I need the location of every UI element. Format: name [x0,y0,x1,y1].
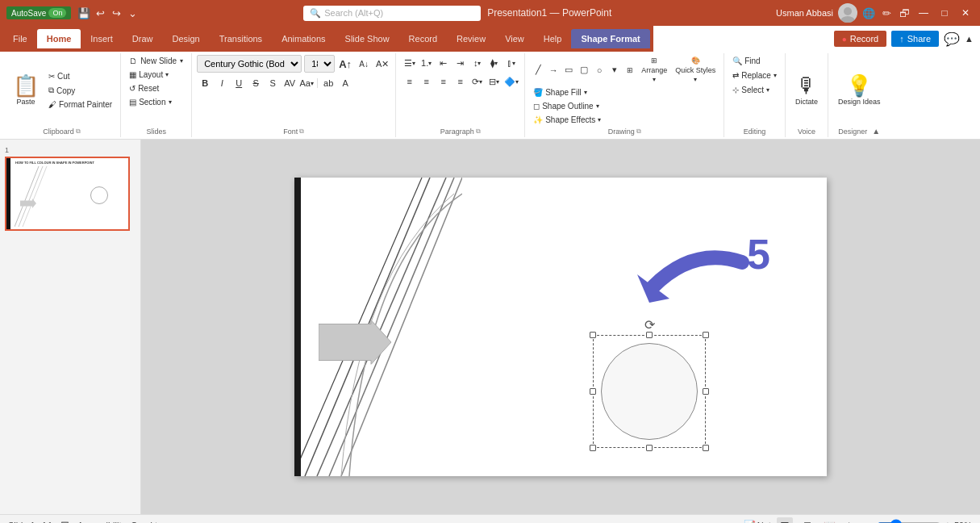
shadow-button[interactable]: S [265,75,281,91]
align-left-button[interactable]: ≡ [402,73,418,90]
decrease-font-size-button[interactable]: A↓ [356,56,372,72]
shape-fill-button[interactable]: 🪣 Shape Fill ▾ [530,86,604,98]
zoom-out-button[interactable]: − [867,519,874,524]
decrease-indent-button[interactable]: ⇤ [436,55,452,71]
slide-sorter-button[interactable]: ⊞ [799,517,815,524]
save-icon[interactable]: 💾 [77,6,90,19]
store-icon[interactable]: 🌐 [862,6,875,19]
selected-shape-container[interactable]: ⟳ [593,335,706,448]
tab-file[interactable]: File [3,29,37,48]
find-button[interactable]: 🔍 Find [729,55,763,67]
change-case-button[interactable]: Aa▾ [298,75,315,91]
handle-mid-right[interactable] [703,388,709,395]
round-rect-shape[interactable]: ▢ [576,62,592,78]
smartart-button[interactable]: 🔷▾ [503,73,519,90]
fit-slide-icon[interactable]: ⊞ [60,519,69,523]
record-button-ribbon[interactable]: ● Record [834,31,887,47]
clipboard-expand[interactable]: ⧉ [76,128,81,136]
tab-help[interactable]: Help [534,29,572,48]
slide-thumbnail[interactable]: HOW TO FILL COLOUR IN SHAPE IN POWERPOIN… [5,157,130,231]
comments-icon[interactable]: 💬 [944,31,960,47]
line-shape[interactable]: ╱ [530,62,546,78]
increase-font-size-button[interactable]: A↑ [337,56,353,72]
convert-to-smartart-button[interactable]: ⧫▾ [486,55,503,71]
paste-button[interactable]: 📋 Paste [8,72,44,109]
italic-button[interactable]: I [214,75,230,91]
shape-effects-button[interactable]: ✨ Shape Effects ▾ [530,114,604,126]
copy-button[interactable]: ⧉ Copy [45,84,115,97]
oval-shape[interactable]: ○ [591,62,607,78]
tab-design[interactable]: Design [162,29,209,48]
presenter-view-button[interactable]: ▷ [844,517,861,524]
text-direction-button[interactable]: ⟳▾ [469,73,486,90]
reset-button[interactable]: ↺ Reset [126,82,162,94]
handle-mid-left[interactable] [590,388,596,395]
underline-button[interactable]: U [231,75,247,91]
design-ideas-button[interactable]: 💡 Design Ideas [833,72,886,109]
handle-bottom-left[interactable] [590,445,596,451]
customize-qat-icon[interactable]: ⌄ [126,6,139,19]
dictate-button[interactable]: 🎙 Dictate [790,72,823,109]
share-button-ribbon[interactable]: ↑ Share [891,31,939,47]
justify-button[interactable]: ≡ [452,73,469,90]
slide-canvas[interactable]: 5 ⟳ [294,178,827,476]
zoom-in-button[interactable]: + [945,519,951,524]
tab-transitions[interactable]: Transitions [210,29,272,48]
tab-home[interactable]: Home [37,29,81,48]
handle-bottom-center[interactable] [646,445,653,451]
close-button[interactable]: ✕ [957,5,974,21]
columns-button[interactable]: ⫿▾ [503,55,519,71]
handle-top-right[interactable] [703,332,709,338]
reading-view-button[interactable]: 📖 [822,517,838,524]
tab-animations[interactable]: Animations [272,29,335,48]
normal-view-button[interactable]: ⊟ [777,517,793,524]
autosave-badge[interactable]: AutoSave On [6,6,71,19]
select-button[interactable]: ⊹ Select ▾ [729,84,773,96]
arrow-shape-btn[interactable]: → [545,62,561,78]
rotate-handle[interactable]: ⟳ [644,317,655,333]
more-shapes[interactable]: ▾ [607,62,623,78]
replace-button[interactable]: ⇄ Replace ▾ [729,69,780,82]
tab-view[interactable]: View [495,29,534,48]
tab-slideshow[interactable]: Slide Show [336,29,399,48]
tab-shape-format[interactable]: Shape Format [571,29,649,48]
collapse-ribbon-icon[interactable]: ▲ [965,34,974,44]
undo-icon[interactable]: ↩ [94,6,106,19]
font-expand-icon[interactable]: ⧉ [299,128,304,136]
clear-formatting-button[interactable]: A✕ [374,56,390,72]
tab-review[interactable]: Review [447,29,495,48]
notes-button[interactable]: 📝 Notes [754,517,770,524]
align-center-button[interactable]: ≡ [419,73,435,90]
shape-outline-button[interactable]: ◻ Shape Outline ▾ [530,100,604,112]
numbering-button[interactable]: 1.▾ [419,55,435,71]
restore-icon[interactable]: 🗗 [898,6,911,19]
section-button[interactable]: ▤ Section ▾ [126,96,174,108]
bold-button[interactable]: B [197,75,213,91]
arrange-button[interactable]: ⊞ [622,62,638,78]
paragraph-expand-icon[interactable]: ⧉ [476,128,481,136]
format-painter-button[interactable]: 🖌 Format Painter [45,98,115,111]
strikethrough-button[interactable]: S [248,75,264,91]
handle-top-center[interactable] [646,332,653,338]
quick-styles-button[interactable]: 🎨 Quick Styles ▾ [672,55,719,85]
new-slide-button[interactable]: 🗋 New Slide ▾ [126,55,186,67]
bullets-button[interactable]: ☰▾ [402,55,418,71]
char-spacing-button[interactable]: AV [281,75,298,91]
redo-icon[interactable]: ↪ [110,6,123,19]
increase-indent-button[interactable]: ⇥ [452,55,469,71]
line-spacing-button[interactable]: ↕▾ [469,55,486,71]
cut-button[interactable]: ✂ Cut [45,70,115,82]
autosave-toggle[interactable]: On [48,8,66,18]
drawing-expand-icon[interactable]: ⧉ [636,128,641,136]
collapse-ribbon-btn[interactable]: ▲ [872,127,880,136]
handle-top-left[interactable] [590,332,596,338]
align-text-button[interactable]: ⊟▾ [486,73,503,90]
font-size-select[interactable]: 18 [304,55,335,73]
search-box[interactable]: 🔍 Search (Alt+Q) [303,6,481,21]
align-right-button[interactable]: ≡ [436,73,452,90]
handle-bottom-right[interactable] [703,445,709,451]
pen-icon[interactable]: ✏ [880,6,893,19]
layout-button[interactable]: ▦ Layout ▾ [126,69,172,81]
tab-draw[interactable]: Draw [123,29,163,48]
highlight-color-button[interactable]: ab [320,75,336,91]
